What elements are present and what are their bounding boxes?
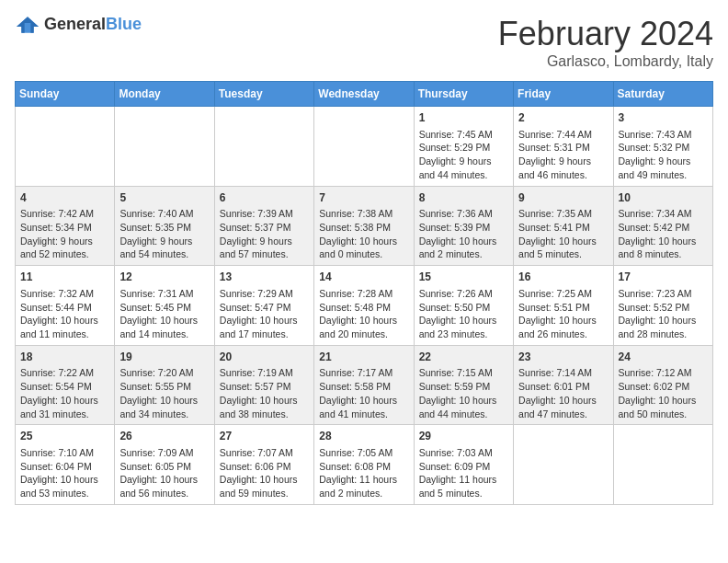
week-row-5: 25Sunrise: 7:10 AM Sunset: 6:04 PM Dayli…	[16, 425, 713, 505]
day-number: 7	[319, 190, 408, 206]
table-cell: 24Sunrise: 7:12 AM Sunset: 6:02 PM Dayli…	[613, 345, 712, 425]
day-info: Sunrise: 7:26 AM Sunset: 5:50 PM Dayligh…	[419, 287, 508, 341]
day-info: Sunrise: 7:42 AM Sunset: 5:34 PM Dayligh…	[20, 207, 109, 261]
header: GeneralBlue February 2024 Garlasco, Lomb…	[15, 15, 713, 70]
day-number: 4	[20, 190, 109, 206]
header-col-tuesday: Tuesday	[214, 82, 313, 107]
day-info: Sunrise: 7:22 AM Sunset: 5:54 PM Dayligh…	[20, 366, 109, 420]
day-number: 27	[220, 429, 309, 444]
day-number: 15	[419, 270, 508, 285]
logo-blue: Blue	[106, 15, 142, 33]
day-info: Sunrise: 7:29 AM Sunset: 5:47 PM Dayligh…	[220, 287, 309, 341]
day-info: Sunrise: 7:23 AM Sunset: 5:52 PM Dayligh…	[619, 287, 708, 341]
day-number: 21	[319, 350, 408, 365]
table-cell: 7Sunrise: 7:38 AM Sunset: 5:38 PM Daylig…	[314, 186, 414, 266]
header-col-thursday: Thursday	[414, 82, 513, 107]
table-cell: 26Sunrise: 7:09 AM Sunset: 6:05 PM Dayli…	[115, 425, 214, 505]
day-number: 23	[518, 350, 608, 365]
day-info: Sunrise: 7:40 AM Sunset: 5:35 PM Dayligh…	[119, 207, 209, 261]
day-number: 14	[319, 270, 408, 285]
day-info: Sunrise: 7:45 AM Sunset: 5:29 PM Dayligh…	[419, 128, 508, 182]
day-number: 11	[20, 270, 109, 285]
day-number: 20	[220, 350, 309, 365]
header-col-monday: Monday	[115, 82, 214, 107]
day-info: Sunrise: 7:38 AM Sunset: 5:38 PM Dayligh…	[319, 207, 408, 261]
table-cell	[214, 107, 313, 187]
table-cell: 14Sunrise: 7:28 AM Sunset: 5:48 PM Dayli…	[314, 266, 414, 346]
day-info: Sunrise: 7:36 AM Sunset: 5:39 PM Dayligh…	[419, 207, 508, 261]
day-number: 25	[20, 429, 109, 444]
day-number: 9	[518, 190, 608, 206]
day-info: Sunrise: 7:15 AM Sunset: 5:59 PM Dayligh…	[419, 366, 508, 420]
day-number: 13	[220, 270, 309, 285]
logo-general: General	[44, 15, 106, 33]
table-cell: 4Sunrise: 7:42 AM Sunset: 5:34 PM Daylig…	[16, 186, 115, 266]
table-cell	[16, 107, 115, 187]
day-info: Sunrise: 7:09 AM Sunset: 6:05 PM Dayligh…	[119, 446, 209, 500]
day-info: Sunrise: 7:44 AM Sunset: 5:31 PM Dayligh…	[518, 128, 608, 182]
logo-text: GeneralBlue	[44, 15, 142, 34]
day-info: Sunrise: 7:25 AM Sunset: 5:51 PM Dayligh…	[518, 287, 608, 341]
day-info: Sunrise: 7:28 AM Sunset: 5:48 PM Dayligh…	[319, 287, 408, 341]
table-cell	[514, 425, 613, 505]
day-info: Sunrise: 7:14 AM Sunset: 6:01 PM Dayligh…	[518, 366, 608, 420]
week-row-3: 11Sunrise: 7:32 AM Sunset: 5:44 PM Dayli…	[16, 266, 713, 346]
day-info: Sunrise: 7:19 AM Sunset: 5:57 PM Dayligh…	[220, 366, 309, 420]
header-col-wednesday: Wednesday	[314, 82, 414, 107]
day-info: Sunrise: 7:43 AM Sunset: 5:32 PM Dayligh…	[619, 128, 708, 182]
day-info: Sunrise: 7:39 AM Sunset: 5:37 PM Dayligh…	[220, 207, 309, 261]
table-cell: 28Sunrise: 7:05 AM Sunset: 6:08 PM Dayli…	[314, 425, 414, 505]
day-number: 18	[20, 350, 109, 365]
table-cell: 15Sunrise: 7:26 AM Sunset: 5:50 PM Dayli…	[414, 266, 513, 346]
day-number: 29	[419, 429, 508, 444]
day-info: Sunrise: 7:34 AM Sunset: 5:42 PM Dayligh…	[619, 207, 708, 261]
table-cell	[314, 107, 414, 187]
day-number: 1	[419, 110, 508, 126]
table-cell: 2Sunrise: 7:44 AM Sunset: 5:31 PM Daylig…	[514, 107, 613, 187]
day-info: Sunrise: 7:17 AM Sunset: 5:58 PM Dayligh…	[319, 366, 408, 420]
day-number: 12	[119, 270, 209, 285]
calendar-table: SundayMondayTuesdayWednesdayThursdayFrid…	[15, 81, 713, 505]
table-cell: 6Sunrise: 7:39 AM Sunset: 5:37 PM Daylig…	[214, 186, 313, 266]
table-cell: 18Sunrise: 7:22 AM Sunset: 5:54 PM Dayli…	[16, 345, 115, 425]
week-row-4: 18Sunrise: 7:22 AM Sunset: 5:54 PM Dayli…	[16, 345, 713, 425]
day-info: Sunrise: 7:05 AM Sunset: 6:08 PM Dayligh…	[319, 446, 408, 500]
day-number: 5	[119, 190, 209, 206]
table-cell	[115, 107, 214, 187]
table-cell: 3Sunrise: 7:43 AM Sunset: 5:32 PM Daylig…	[613, 107, 712, 187]
table-cell: 16Sunrise: 7:25 AM Sunset: 5:51 PM Dayli…	[514, 266, 613, 346]
header-col-friday: Friday	[514, 82, 613, 107]
day-number: 19	[119, 350, 209, 365]
week-row-1: 1Sunrise: 7:45 AM Sunset: 5:29 PM Daylig…	[16, 107, 713, 187]
day-number: 26	[119, 429, 209, 444]
table-cell: 11Sunrise: 7:32 AM Sunset: 5:44 PM Dayli…	[16, 266, 115, 346]
day-info: Sunrise: 7:31 AM Sunset: 5:45 PM Dayligh…	[119, 287, 209, 341]
sub-title: Garlasco, Lombardy, Italy	[498, 53, 713, 70]
table-cell: 12Sunrise: 7:31 AM Sunset: 5:45 PM Dayli…	[115, 266, 214, 346]
table-cell: 21Sunrise: 7:17 AM Sunset: 5:58 PM Dayli…	[314, 345, 414, 425]
day-number: 22	[419, 350, 508, 365]
logo-icon	[15, 16, 40, 34]
day-number: 6	[220, 190, 309, 206]
day-number: 17	[619, 270, 708, 285]
header-col-saturday: Saturday	[613, 82, 712, 107]
day-number: 2	[518, 110, 608, 126]
logo: GeneralBlue	[15, 15, 142, 34]
day-number: 3	[619, 110, 708, 126]
table-cell	[613, 425, 712, 505]
table-cell: 13Sunrise: 7:29 AM Sunset: 5:47 PM Dayli…	[214, 266, 313, 346]
table-cell: 23Sunrise: 7:14 AM Sunset: 6:01 PM Dayli…	[514, 345, 613, 425]
day-info: Sunrise: 7:35 AM Sunset: 5:41 PM Dayligh…	[518, 207, 608, 261]
title-area: February 2024 Garlasco, Lombardy, Italy	[498, 15, 713, 70]
table-cell: 25Sunrise: 7:10 AM Sunset: 6:04 PM Dayli…	[16, 425, 115, 505]
day-info: Sunrise: 7:32 AM Sunset: 5:44 PM Dayligh…	[20, 287, 109, 341]
table-cell: 20Sunrise: 7:19 AM Sunset: 5:57 PM Dayli…	[214, 345, 313, 425]
table-cell: 8Sunrise: 7:36 AM Sunset: 5:39 PM Daylig…	[414, 186, 513, 266]
day-info: Sunrise: 7:12 AM Sunset: 6:02 PM Dayligh…	[619, 366, 708, 420]
table-cell: 29Sunrise: 7:03 AM Sunset: 6:09 PM Dayli…	[414, 425, 513, 505]
table-cell: 9Sunrise: 7:35 AM Sunset: 5:41 PM Daylig…	[514, 186, 613, 266]
table-cell: 19Sunrise: 7:20 AM Sunset: 5:55 PM Dayli…	[115, 345, 214, 425]
day-info: Sunrise: 7:03 AM Sunset: 6:09 PM Dayligh…	[419, 446, 508, 500]
table-cell: 5Sunrise: 7:40 AM Sunset: 5:35 PM Daylig…	[115, 186, 214, 266]
day-info: Sunrise: 7:10 AM Sunset: 6:04 PM Dayligh…	[20, 446, 109, 500]
